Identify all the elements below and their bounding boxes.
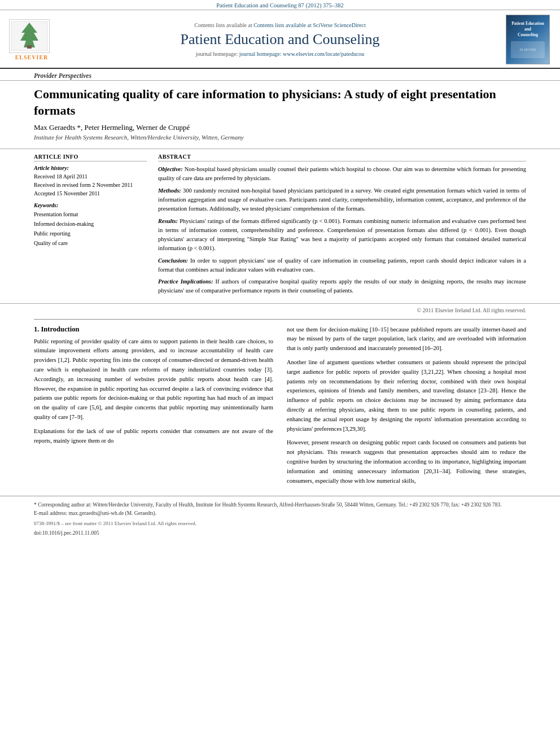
issn-text: 0738-3991/$ – see front matter © 2011 El… (34, 521, 196, 526)
results-label: Results: (158, 218, 178, 224)
objective-label: Objective: (158, 166, 183, 172)
conclusion-label: Conclusion: (158, 257, 188, 264)
journal-title-area: Contents lists available at Contents lis… (60, 22, 500, 56)
body-para-5: However, present research on designing p… (287, 438, 526, 486)
homepage-url[interactable]: journal homepage: www.elsevier.com/locat… (239, 51, 365, 57)
keyword-list: Presentation format Informed decision-ma… (34, 209, 147, 248)
results-text: Physicians' ratings of the formats diffe… (158, 218, 526, 252)
sciverse-link[interactable]: Contents lists available at SciVerse Sci… (253, 22, 366, 28)
body-para-1: Public reporting of provider quality of … (34, 337, 273, 422)
body-para-3: not use them for decision-making [10–15]… (287, 325, 526, 353)
doi-area: doi:10.1016/j.pec.2011.11.005 (0, 526, 560, 539)
citation-text: Patient Education and Counseling 87 (201… (216, 2, 344, 8)
section-label: Provider Perspectives (0, 69, 560, 81)
practice-label: Practice Implications: (158, 278, 213, 285)
received-date: Received 18 April 2011 (34, 172, 147, 181)
journal-homepage: journal homepage: journal homepage: www.… (60, 51, 500, 57)
elsevier-logo-area: ELSEVIER (9, 19, 54, 60)
abstract-objective: Objective: Non-hospital based physicians… (158, 165, 526, 184)
cover-title-text: Patient EducationandCounseling (511, 21, 544, 37)
keyword-3: Public reporting (34, 229, 147, 238)
cover-image-placeholder: ELSEVIER (511, 41, 545, 58)
abstract-results: Results: Physicians' ratings of the form… (158, 217, 526, 254)
affiliation: Institute for Health Systems Research, W… (34, 134, 526, 141)
cover-thumbnail: Patient EducationandCounseling ELSEVIER (506, 15, 550, 64)
body-para-2: Explanations for the lack of use of publ… (34, 427, 273, 446)
article-info-abstract: ARTICLE INFO Article history: Received 1… (0, 148, 560, 298)
keyword-4: Quality of care (34, 238, 147, 248)
keyword-2: Informed decision-making (34, 219, 147, 229)
body-col-left: 1. Introduction Public reporting of prov… (34, 325, 273, 491)
abstract-practice-implications: Practice Implications: If authors of com… (158, 277, 526, 296)
article-history: Article history: Received 18 April 2011 … (34, 165, 147, 198)
body-para-4: Another line of argument questions wheth… (287, 358, 526, 434)
abstract-methods: Methods: 300 randomly recruited non-hosp… (158, 186, 526, 214)
methods-text: 300 randomly recruited non-hospital base… (158, 187, 526, 212)
abstract-title: ABSTRACT (158, 154, 526, 161)
intro-heading: 1. Introduction (34, 325, 273, 334)
article-info-title: ARTICLE INFO (34, 154, 147, 161)
practice-text: If authors of comparative hospital quali… (158, 278, 526, 294)
sciverse-line: Contents lists available at Contents lis… (60, 22, 500, 28)
objective-text: Non-hospital based physicians usually co… (158, 166, 526, 181)
abstract-conclusion: Conclusion: In order to support physicia… (158, 256, 526, 275)
journal-title: Patient Education and Counseling (60, 30, 500, 48)
keywords-label: Keywords: (34, 202, 147, 208)
footnote-area: * Corresponding author at: Witten/Herdec… (0, 496, 560, 519)
elsevier-tree-logo (9, 19, 50, 53)
svg-rect-2 (27, 45, 32, 49)
accepted-date: Accepted 15 November 2011 (34, 189, 147, 198)
abstract-col: ABSTRACT Objective: Non-hospital based p… (158, 154, 526, 298)
methods-label: Methods: (158, 187, 181, 194)
authors: Max Geraedts *, Peter Hermeling, Werner … (34, 123, 526, 132)
article-title: Communicating quality of care informatio… (34, 86, 526, 119)
keyword-1: Presentation format (34, 209, 147, 219)
article-title-area: Communicating quality of care informatio… (0, 81, 560, 144)
keywords-section: Keywords: Presentation format Informed d… (34, 202, 147, 248)
section-divider (34, 319, 526, 320)
email-text: E-mail address: max.geraedts@uni-wh.de (… (34, 509, 526, 517)
doi-text: doi:10.1016/j.pec.2011.11.005 (34, 530, 99, 536)
history-label: Article history: (34, 165, 147, 171)
body-col-right: not use them for decision-making [10–15]… (287, 325, 526, 491)
journal-header: ELSEVIER Contents lists available at Con… (0, 10, 560, 69)
citation-bar: Patient Education and Counseling 87 (201… (0, 0, 560, 10)
elsevier-wordmark: ELSEVIER (9, 54, 54, 60)
revised-date: Received in revised form 2 November 2011 (34, 181, 147, 189)
issn-area: 0738-3991/$ – see front matter © 2011 El… (0, 519, 560, 526)
copyright-line: © 2011 Elsevier Ireland Ltd. All rights … (0, 303, 560, 313)
conclusion-text: In order to support physicians' use of q… (158, 257, 526, 273)
article-info-col: ARTICLE INFO Article history: Received 1… (34, 154, 147, 298)
footnote-text: * Corresponding author at: Witten/Herdec… (34, 501, 526, 509)
body-content: 1. Introduction Public reporting of prov… (0, 325, 560, 491)
journal-cover-image: Patient EducationandCounseling ELSEVIER (506, 15, 551, 64)
